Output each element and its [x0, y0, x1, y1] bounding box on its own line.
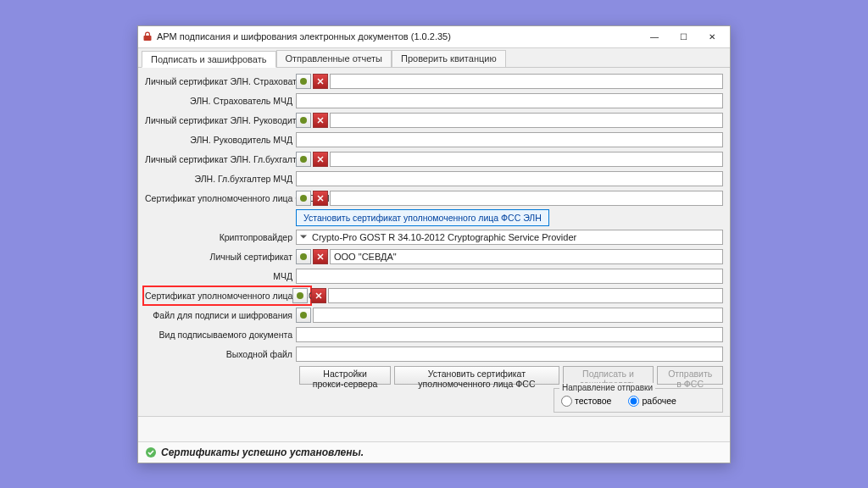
group-title: Направление отправки — [559, 383, 655, 392]
label-fss-auth-cert: Сертификат уполномоченного лица ФСС — [145, 291, 292, 301]
select-cryptoprovider[interactable] — [296, 230, 723, 245]
success-icon — [145, 446, 157, 458]
tab-sent-reports[interactable]: Отправленные отчеты — [276, 50, 392, 67]
label-eln-ruk-mchd: ЭЛН. Руководитель МЧД — [145, 135, 296, 145]
action-buttons: Настройки прокси-сервера Установить серт… — [299, 366, 723, 385]
svg-point-5 — [297, 292, 303, 299]
radio-test-input[interactable] — [561, 396, 572, 407]
input-eln-glbukh-mchd[interactable] — [296, 171, 723, 186]
send-fss-button[interactable]: Отправить в ФСС — [657, 366, 723, 385]
radio-prod[interactable]: рабочее — [628, 396, 676, 407]
svg-point-1 — [300, 117, 307, 124]
svg-point-6 — [300, 312, 307, 319]
label-file-sign-encrypt: Файл для подписи и шифрования — [145, 310, 296, 320]
window-title: АРМ подписания и шифрования электронных … — [157, 31, 640, 42]
browse-icon[interactable] — [296, 191, 311, 206]
close-button[interactable]: ✕ — [698, 27, 726, 46]
label-fss-auth-cert-eln: Сертификат уполномоченного лица ФСС ЭЛН — [145, 193, 296, 203]
input-file-sign-encrypt[interactable] — [313, 308, 723, 323]
status-text: Сертификаты успешно установлены. — [161, 446, 364, 458]
clear-icon[interactable] — [313, 113, 328, 128]
browse-icon[interactable] — [296, 74, 311, 89]
label-mchd: МЧД — [145, 271, 296, 281]
install-fss-cert-button[interactable]: Установить сертификат уполномоченного ли… — [394, 366, 559, 385]
label-output-file: Выходной файл — [145, 349, 296, 359]
status-bar: Сертификаты успешно установлены. — [138, 441, 730, 463]
label-eln-glbukh-mchd: ЭЛН. Гл.бухгалтер МЧД — [145, 174, 296, 184]
input-fss-auth-cert-eln[interactable] — [330, 191, 723, 206]
label-eln-cert-glbukh: Личный сертификат ЭЛН. Гл.бухгалтер — [145, 154, 296, 164]
input-mchd[interactable] — [296, 269, 723, 284]
browse-icon[interactable] — [292, 288, 308, 303]
input-doc-type[interactable] — [296, 327, 723, 342]
clear-icon[interactable] — [311, 288, 326, 303]
label-personal-cert: Личный сертификат — [145, 252, 296, 262]
browse-icon[interactable] — [296, 113, 311, 128]
input-eln-strakh-mchd[interactable] — [296, 93, 723, 108]
svg-point-0 — [300, 78, 307, 85]
tab-sign-encrypt[interactable]: Подписать и зашифровать — [142, 51, 276, 68]
clear-icon[interactable] — [313, 74, 328, 89]
input-eln-cert-glbukh[interactable] — [330, 152, 723, 167]
clear-icon[interactable] — [313, 152, 328, 167]
input-eln-ruk-mchd[interactable] — [296, 132, 723, 147]
maximize-button[interactable]: ☐ — [669, 27, 698, 46]
label-doc-type: Вид подписываемого документа — [145, 330, 296, 340]
input-eln-cert-strakh[interactable] — [330, 74, 723, 89]
sign-encrypt-button[interactable]: Подписать и зашифровать — [563, 366, 654, 385]
lock-icon — [142, 30, 153, 42]
app-window: АРМ подписания и шифрования электронных … — [137, 25, 731, 463]
tab-check-receipt[interactable]: Проверить квитанцию — [392, 50, 506, 67]
send-direction-group: Направление отправки тестовое рабочее — [554, 388, 723, 413]
minimize-button[interactable]: — — [640, 27, 669, 46]
proxy-settings-button[interactable]: Настройки прокси-сервера — [299, 366, 391, 385]
browse-icon[interactable] — [296, 152, 311, 167]
svg-point-4 — [300, 253, 307, 260]
input-fss-auth-cert[interactable] — [328, 288, 723, 303]
tab-bar: Подписать и зашифровать Отправленные отч… — [138, 48, 730, 68]
titlebar: АРМ подписания и шифрования электронных … — [138, 26, 730, 48]
radio-test[interactable]: тестовое — [561, 396, 611, 407]
svg-point-2 — [300, 156, 307, 163]
input-eln-cert-ruk[interactable] — [330, 113, 723, 128]
input-output-file[interactable] — [296, 347, 723, 362]
browse-icon[interactable] — [296, 308, 311, 323]
label-cryptoprovider: Криптопровайдер — [145, 232, 296, 242]
label-eln-cert-ruk: Личный сертификат ЭЛН. Руководитель — [145, 115, 296, 125]
window-controls: — ☐ ✕ — [640, 27, 726, 46]
browse-icon[interactable] — [296, 249, 311, 264]
clear-icon[interactable] — [313, 191, 328, 206]
svg-point-3 — [300, 195, 307, 202]
input-personal-cert[interactable] — [330, 249, 723, 264]
install-fss-eln-button[interactable]: Установить сертификат уполномоченного ли… — [296, 209, 549, 226]
spacer — [138, 416, 730, 441]
clear-icon[interactable] — [313, 249, 328, 264]
radio-prod-input[interactable] — [628, 396, 639, 407]
form-area: Личный сертификат ЭЛН. Страхователь ЭЛН.… — [138, 68, 730, 416]
label-eln-strakh-mchd: ЭЛН. Страхователь МЧД — [145, 96, 296, 106]
label-eln-cert-strakh: Личный сертификат ЭЛН. Страхователь — [145, 76, 296, 86]
